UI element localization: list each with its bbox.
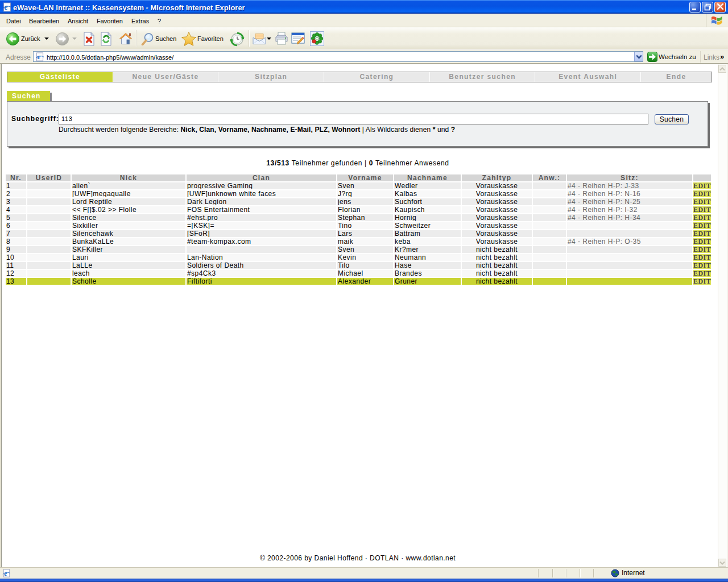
- svg-text:e: e: [4, 569, 7, 577]
- svg-text:e: e: [5, 3, 8, 11]
